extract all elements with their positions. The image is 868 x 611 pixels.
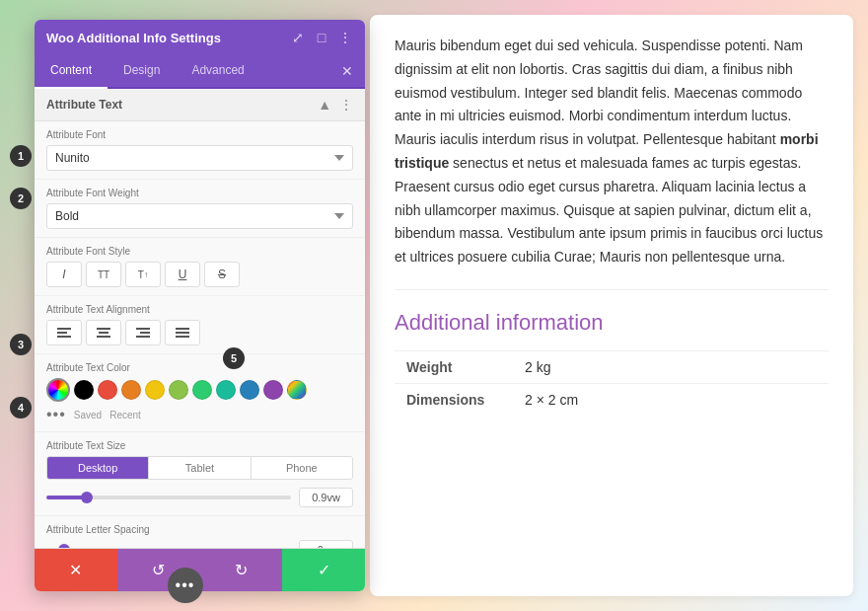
color-saved-recent: ••• Saved Recent — [46, 406, 353, 423]
attribute-text-color-label: Attribute Text Color — [46, 362, 353, 373]
attribute-text-alignment-label: Attribute Text Alignment — [46, 304, 353, 315]
svg-rect-3 — [97, 328, 110, 330]
modal-header: Woo Additional Info Settings ⤢ □ ⋮ — [35, 20, 365, 55]
color-swatch-green[interactable] — [192, 380, 212, 400]
device-tab-desktop[interactable]: Desktop — [47, 457, 149, 479]
attribute-font-style-group: Attribute Font Style I TT T↑ U S — [35, 238, 365, 296]
color-swatch-orange[interactable] — [121, 380, 141, 400]
device-tab-tablet[interactable]: Tablet — [149, 457, 251, 479]
align-center-button[interactable] — [86, 320, 121, 345]
tab-close-button[interactable]: ✕ — [329, 55, 365, 87]
table-row: Weight 2 kg — [395, 350, 829, 383]
collapse-icon[interactable]: ▲ — [318, 97, 331, 113]
left-panel: 1 2 3 4 5 Woo Additional Info Settings ⤢… — [0, 0, 370, 611]
color-picker-button[interactable] — [46, 378, 70, 402]
strikethrough-button[interactable]: S — [204, 262, 240, 287]
align-right-button[interactable] — [125, 320, 161, 345]
saved-label: Saved — [74, 410, 102, 420]
floating-dots-button[interactable]: ••• — [168, 568, 203, 603]
align-buttons — [46, 320, 353, 345]
modal-title: Woo Additional Info Settings — [46, 31, 221, 45]
italic-button[interactable]: I — [46, 262, 82, 287]
svg-rect-7 — [140, 332, 150, 334]
dimensions-label: Dimensions — [395, 383, 513, 416]
article-body-text: Mauris bibendum eget dui sed vehicula. S… — [395, 35, 829, 269]
tab-design[interactable]: Design — [108, 55, 176, 89]
settings-modal: Woo Additional Info Settings ⤢ □ ⋮ Conte… — [35, 20, 365, 591]
section-title: Attribute Text — [46, 98, 122, 112]
attribute-font-select[interactable]: Nunito Arial Georgia Roboto — [46, 145, 353, 171]
color-swatch-purple[interactable] — [263, 380, 283, 400]
svg-rect-6 — [136, 328, 150, 330]
attribute-text-size-label: Attribute Text Size — [46, 440, 353, 451]
attribute-font-weight-label: Attribute Font Weight — [46, 188, 353, 198]
color-dots-button[interactable]: ••• — [46, 406, 66, 423]
redo-button[interactable]: ↻ — [200, 549, 283, 591]
attribute-text-alignment-group: Attribute Text Alignment — [35, 296, 365, 354]
modal-header-icons: ⤢ □ ⋮ — [290, 30, 353, 45]
dimensions-value: 2 × 2 cm — [513, 383, 829, 416]
text-size-value-input[interactable] — [299, 488, 353, 507]
svg-rect-2 — [57, 336, 71, 338]
recent-label: Recent — [109, 410, 141, 420]
align-left-button[interactable] — [46, 320, 82, 345]
letter-spacing-value-input[interactable] — [299, 540, 353, 548]
color-swatch-olive[interactable] — [169, 380, 188, 400]
section-more-icon[interactable]: ⋮ — [339, 97, 353, 113]
device-tabs: Desktop Tablet Phone — [46, 456, 353, 480]
step-indicator-3: 3 — [10, 334, 32, 355]
svg-rect-8 — [136, 336, 150, 338]
right-content: Mauris bibendum eget dui sed vehicula. S… — [370, 15, 853, 596]
tab-bar: Content Design Advanced ✕ — [35, 55, 365, 89]
step-indicator-5: 5 — [223, 347, 245, 369]
svg-rect-9 — [176, 328, 189, 330]
t-superscript-button[interactable]: T↑ — [125, 262, 161, 287]
cancel-button[interactable]: ✕ — [35, 549, 117, 591]
confirm-button[interactable]: ✓ — [282, 549, 365, 591]
svg-rect-11 — [176, 336, 189, 338]
panel-content[interactable]: Attribute Text ▲ ⋮ Attribute Font Nunito… — [35, 89, 365, 548]
device-tab-phone[interactable]: Phone — [252, 457, 352, 479]
color-swatch-red[interactable] — [98, 380, 117, 400]
weight-value: 2 kg — [513, 350, 829, 383]
color-swatch-teal[interactable] — [216, 380, 236, 400]
svg-rect-5 — [97, 336, 110, 338]
svg-rect-1 — [57, 332, 67, 334]
section-header-icons: ▲ ⋮ — [318, 97, 353, 113]
color-swatch-black[interactable] — [74, 380, 94, 400]
color-swatch-yellow[interactable] — [145, 380, 165, 400]
underline-button[interactable]: U — [165, 262, 200, 287]
align-justify-button[interactable] — [165, 320, 200, 345]
tab-content[interactable]: Content — [35, 55, 108, 89]
letter-spacing-slider-row — [46, 540, 353, 548]
step-indicator-2: 2 — [10, 188, 32, 209]
weight-label: Weight — [395, 350, 513, 383]
color-swatch-gradient[interactable] — [287, 380, 307, 400]
color-swatches-row — [46, 378, 353, 402]
expand-icon[interactable]: □ — [314, 30, 329, 45]
table-row: Dimensions 2 × 2 cm — [395, 383, 829, 416]
text-size-slider-row — [46, 488, 353, 507]
svg-rect-4 — [99, 332, 108, 334]
attribute-font-weight-group: Attribute Font Weight Bold Normal Light … — [35, 180, 365, 238]
more-vertical-icon[interactable]: ⋮ — [337, 30, 353, 45]
attribute-font-group: Attribute Font Nunito Arial Georgia Robo… — [35, 121, 365, 180]
step-indicator-4: 4 — [10, 397, 32, 419]
style-buttons: I TT T↑ U S — [46, 262, 353, 287]
color-swatch-blue[interactable] — [240, 380, 259, 400]
attribute-letter-spacing-group: Attribute Letter Spacing — [35, 516, 365, 548]
additional-info-title: Additional information — [395, 310, 829, 336]
tab-advanced[interactable]: Advanced — [176, 55, 259, 89]
attribute-text-size-group: Attribute Text Size Desktop Tablet Phone — [35, 432, 365, 516]
tt-button[interactable]: TT — [86, 262, 121, 287]
resize-icon[interactable]: ⤢ — [290, 30, 306, 45]
attribute-font-style-label: Attribute Font Style — [46, 246, 353, 257]
main-layout: 1 2 3 4 5 Woo Additional Info Settings ⤢… — [0, 0, 868, 611]
svg-rect-10 — [176, 332, 189, 334]
text-size-slider[interactable] — [46, 496, 291, 499]
section-header: Attribute Text ▲ ⋮ — [35, 89, 365, 121]
additional-info-section: Additional information Weight 2 kg Dimen… — [395, 289, 829, 416]
attribute-font-weight-select[interactable]: Bold Normal Light Thin — [46, 203, 353, 229]
info-table: Weight 2 kg Dimensions 2 × 2 cm — [395, 350, 829, 416]
attribute-letter-spacing-label: Attribute Letter Spacing — [46, 524, 353, 535]
